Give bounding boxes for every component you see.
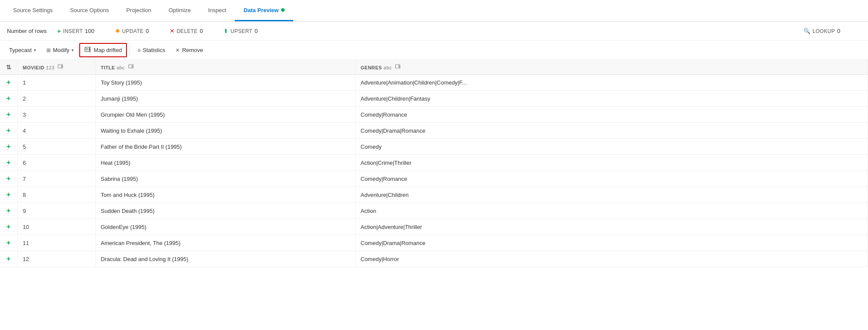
- modify-icon: ⊞: [46, 47, 51, 53]
- table-row: +1Toy Story (1995)Adventure|Animation|Ch…: [0, 75, 868, 91]
- sort-icon[interactable]: ⇅: [6, 64, 12, 71]
- cell-genres: Comedy|Drama|Romance: [355, 235, 868, 251]
- upsert-stat: ⬆ UPSERT 0: [223, 28, 258, 34]
- tab-projection[interactable]: Projection: [117, 0, 160, 21]
- cell-title: Heat (1995): [95, 155, 355, 171]
- cell-genres: Action: [355, 203, 868, 219]
- svg-rect-0: [85, 47, 89, 52]
- remove-icon: ✕: [175, 47, 180, 53]
- cell-title: Dracula: Dead and Loving It (1995): [95, 251, 355, 267]
- row-add-icon[interactable]: +: [0, 139, 17, 155]
- col-movieid-icons: [58, 63, 64, 71]
- col-genres-label: GENRES: [361, 65, 382, 70]
- tab-source-options[interactable]: Source Options: [62, 0, 118, 21]
- cell-genres: Adventure|Children|Fantasy: [355, 91, 868, 107]
- row-count-label: Number of rows: [7, 28, 47, 34]
- table-row: +12Dracula: Dead and Loving It (1995)Com…: [0, 251, 868, 267]
- col-header-movieid: MOVIEID 123: [17, 60, 95, 75]
- map-drifted-button[interactable]: Map drifted: [79, 43, 127, 57]
- col-header-title: TITLE abc: [95, 60, 355, 75]
- row-add-icon[interactable]: +: [0, 235, 17, 251]
- insert-stat: + INSERT 100: [57, 27, 94, 35]
- cell-title: Tom and Huck (1995): [95, 187, 355, 203]
- cell-movieid: 1: [17, 75, 95, 91]
- cell-title: Jumanji (1995): [95, 91, 355, 107]
- table-row: +4Waiting to Exhale (1995)Comedy|Drama|R…: [0, 123, 868, 139]
- cell-title: Waiting to Exhale (1995): [95, 123, 355, 139]
- cell-title: Father of the Bride Part II (1995): [95, 139, 355, 155]
- svg-rect-8: [129, 65, 132, 68]
- delete-icon: ✕: [170, 28, 175, 34]
- stats-bar: Number of rows + INSERT 100 ✱ UPDATE 0 ✕…: [0, 22, 868, 41]
- col-header-genres: GENRES abc: [355, 60, 868, 75]
- row-add-icon[interactable]: +: [0, 75, 17, 91]
- tab-source-settings[interactable]: Source Settings: [4, 0, 62, 21]
- table-row: +11American President, The (1995)Comedy|…: [0, 235, 868, 251]
- tab-data-preview[interactable]: Data Preview: [235, 0, 293, 21]
- lookup-icon: 🔍: [803, 28, 810, 34]
- cell-genres: Adventure|Children: [355, 187, 868, 203]
- cell-genres: Adventure|Animation|Children|Comedy|F...: [355, 75, 868, 91]
- row-add-icon[interactable]: +: [0, 187, 17, 203]
- cell-title: Toy Story (1995): [95, 75, 355, 91]
- tab-inspect[interactable]: Inspect: [200, 0, 235, 21]
- row-add-icon[interactable]: +: [0, 155, 17, 171]
- col-title-type: abc: [117, 65, 125, 70]
- row-add-icon[interactable]: +: [0, 107, 17, 123]
- modify-button[interactable]: ⊞ Modify ▾: [42, 44, 78, 56]
- cell-movieid: 10: [17, 219, 95, 235]
- cell-title: Grumpier Old Men (1995): [95, 107, 355, 123]
- cell-genres: Action|Crime|Thriller: [355, 155, 868, 171]
- table-row: +2Jumanji (1995)Adventure|Children|Fanta…: [0, 91, 868, 107]
- col-genres-type: abc: [384, 65, 392, 70]
- row-add-icon[interactable]: +: [0, 251, 17, 267]
- table-row: +5Father of the Bride Part II (1995)Come…: [0, 139, 868, 155]
- toolbar-separator: [130, 45, 130, 56]
- cell-movieid: 5: [17, 139, 95, 155]
- typecast-button[interactable]: Typecast ▾: [4, 44, 41, 56]
- top-nav: Source Settings Source Options Projectio…: [0, 0, 868, 22]
- active-dot: [281, 8, 285, 12]
- row-add-icon[interactable]: +: [0, 219, 17, 235]
- cell-genres: Comedy|Romance: [355, 107, 868, 123]
- cell-movieid: 7: [17, 171, 95, 187]
- statistics-button[interactable]: ≡ Statistics: [133, 44, 170, 56]
- cell-movieid: 2: [17, 91, 95, 107]
- table-row: +8Tom and Huck (1995)Adventure|Children: [0, 187, 868, 203]
- remove-button[interactable]: ✕ Remove: [171, 44, 207, 56]
- row-add-icon[interactable]: +: [0, 203, 17, 219]
- insert-icon: +: [57, 27, 61, 35]
- delete-stat: ✕ DELETE 0: [170, 28, 203, 34]
- upsert-icon: ⬆: [223, 28, 228, 34]
- svg-rect-11: [395, 65, 399, 68]
- cell-title: GoldenEye (1995): [95, 219, 355, 235]
- cell-title: American President, The (1995): [95, 235, 355, 251]
- table-row: +10GoldenEye (1995)Action|Adventure|Thri…: [0, 219, 868, 235]
- col-genres-edit-icon[interactable]: [395, 63, 401, 71]
- cell-movieid: 6: [17, 155, 95, 171]
- cell-genres: Comedy|Romance: [355, 171, 868, 187]
- table-row: +3Grumpier Old Men (1995)Comedy|Romance: [0, 107, 868, 123]
- col-movieid-type: 123: [46, 65, 55, 70]
- cell-movieid: 4: [17, 123, 95, 139]
- col-genres-icons: [395, 63, 401, 71]
- cell-title: Sabrina (1995): [95, 171, 355, 187]
- col-title-label: TITLE: [101, 65, 115, 70]
- cell-movieid: 3: [17, 107, 95, 123]
- update-stat: ✱ UPDATE 0: [115, 28, 149, 34]
- update-icon: ✱: [115, 28, 120, 34]
- tab-optimize[interactable]: Optimize: [160, 0, 199, 21]
- data-table: ⇅ MOVIEID 123 TITLE abc: [0, 60, 868, 267]
- row-add-icon[interactable]: +: [0, 171, 17, 187]
- row-add-icon[interactable]: +: [0, 91, 17, 107]
- row-add-icon[interactable]: +: [0, 123, 17, 139]
- col-movieid-edit-icon[interactable]: [58, 63, 64, 71]
- modify-chevron-icon: ▾: [71, 48, 74, 52]
- cell-title: Sudden Death (1995): [95, 203, 355, 219]
- col-title-edit-icon[interactable]: [128, 63, 134, 71]
- map-drifted-icon: [84, 46, 91, 54]
- cell-movieid: 12: [17, 251, 95, 267]
- col-title-icons: [128, 63, 134, 71]
- cell-genres: Action|Adventure|Thriller: [355, 219, 868, 235]
- cell-movieid: 9: [17, 203, 95, 219]
